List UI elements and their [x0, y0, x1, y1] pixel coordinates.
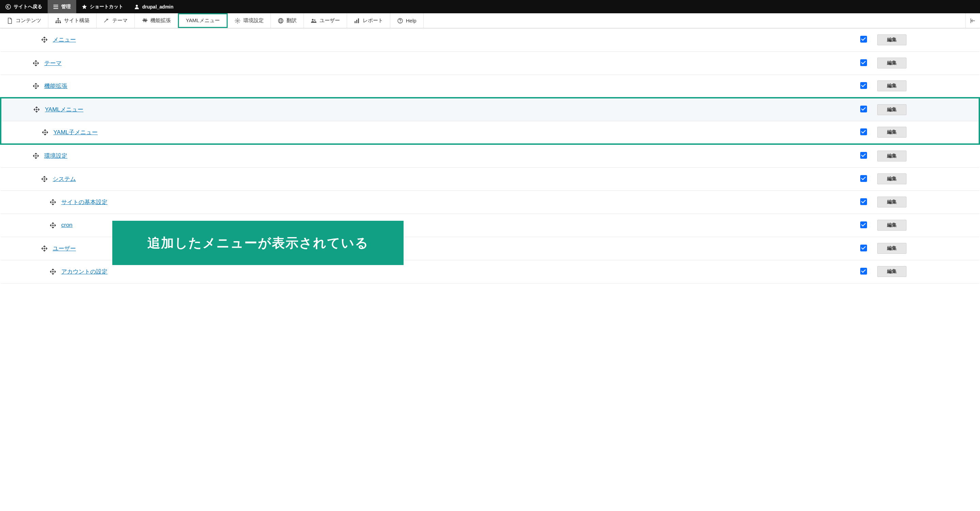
enabled-checkbox[interactable] [860, 105, 867, 112]
table-row: 機能拡張編集 [1, 75, 979, 98]
enabled-checkbox[interactable] [860, 82, 867, 89]
menu-link[interactable]: cron [61, 222, 73, 228]
hamburger-icon [53, 4, 59, 10]
people-icon [311, 18, 317, 24]
user-icon [134, 4, 140, 10]
user-label: drupal_admin [142, 4, 173, 10]
svg-rect-13 [358, 18, 359, 23]
svg-point-1 [136, 5, 138, 7]
svg-point-9 [312, 19, 313, 21]
edit-button[interactable]: 編集 [877, 150, 907, 161]
table-row: 環境設定編集 [1, 144, 979, 167]
nav-people[interactable]: ユーザー [304, 13, 347, 28]
drag-handle-icon[interactable] [42, 129, 48, 135]
edit-button[interactable]: 編集 [877, 127, 907, 137]
table-row: YAML子メニュー編集 [1, 121, 979, 144]
menu-link[interactable]: 機能拡張 [44, 82, 67, 90]
enabled-checkbox[interactable] [860, 198, 867, 205]
edit-button[interactable]: 編集 [877, 266, 907, 277]
enabled-checkbox[interactable] [860, 128, 867, 135]
edit-button[interactable]: 編集 [877, 173, 907, 184]
nav-theme[interactable]: テーマ [97, 13, 135, 28]
shortcuts[interactable]: ショートカット [76, 0, 129, 13]
enabled-checkbox[interactable] [860, 152, 867, 159]
admin-toolbar: サイトへ戻る 管理 ショートカット drupal_admin [0, 0, 980, 13]
help-icon [397, 18, 403, 24]
drag-handle-icon[interactable] [33, 60, 39, 66]
drag-handle-icon[interactable] [50, 199, 56, 205]
puzzle-icon [142, 18, 148, 24]
edit-button[interactable]: 編集 [877, 34, 907, 45]
table-row: テーマ編集 [1, 51, 979, 75]
manage-toggle[interactable]: 管理 [48, 0, 76, 13]
edit-button[interactable]: 編集 [877, 104, 907, 115]
svg-point-10 [314, 19, 315, 21]
menu-link[interactable]: YAML子メニュー [53, 128, 98, 136]
drag-handle-icon[interactable] [50, 222, 56, 228]
nav-extend[interactable]: 機能拡張 [135, 13, 178, 28]
svg-point-6 [237, 20, 238, 21]
manage-label: 管理 [61, 4, 71, 10]
enabled-checkbox[interactable] [860, 36, 867, 43]
arrow-left-icon [970, 18, 976, 24]
menu-link[interactable]: アカウントの設定 [61, 268, 108, 276]
svg-rect-2 [57, 18, 59, 19]
enabled-checkbox[interactable] [860, 59, 867, 66]
svg-point-15 [400, 22, 401, 22]
drag-handle-icon[interactable] [41, 176, 47, 182]
nav-translate[interactable]: 翻訳 [271, 13, 304, 28]
nav-config[interactable]: 環境設定 [228, 13, 271, 28]
nav-structure[interactable]: サイト構築 [48, 13, 97, 28]
nav-yaml-menu[interactable]: YAMLメニュー [178, 13, 228, 28]
table-row: システム編集 [1, 167, 979, 190]
back-label: サイトへ戻る [14, 4, 42, 10]
shortcuts-label: ショートカット [90, 4, 123, 10]
annotation-overlay: 追加したメニューが表示されている [112, 221, 404, 265]
edit-button[interactable]: 編集 [877, 80, 907, 91]
edit-button[interactable]: 編集 [877, 220, 907, 231]
content: メニュー編集テーマ編集機能拡張編集YAMLメニュー編集YAML子メニュー編集環境… [0, 28, 980, 283]
enabled-checkbox[interactable] [860, 244, 867, 251]
svg-rect-5 [60, 22, 61, 23]
globe-icon [278, 18, 284, 24]
wrench-icon [103, 18, 110, 24]
edit-button[interactable]: 編集 [877, 57, 907, 69]
drag-handle-icon[interactable] [50, 269, 56, 275]
menu-link[interactable]: 環境設定 [44, 152, 67, 160]
document-icon [7, 18, 13, 24]
secondary-nav: コンテンツ サイト構築 テーマ 機能拡張 YAMLメニュー 環境設定 翻訳 ユー… [0, 13, 980, 28]
enabled-checkbox[interactable] [860, 222, 867, 228]
menu-link[interactable]: メニュー [53, 36, 76, 44]
svg-rect-11 [355, 21, 356, 23]
nav-reports[interactable]: レポート [347, 13, 390, 28]
table-row: YAMLメニュー編集 [1, 98, 979, 121]
table-row: サイトの基本設定編集 [1, 190, 979, 214]
enabled-checkbox[interactable] [860, 175, 867, 182]
enabled-checkbox[interactable] [860, 268, 867, 275]
menu-link[interactable]: サイトの基本設定 [61, 198, 108, 206]
drag-handle-icon[interactable] [41, 37, 47, 43]
svg-rect-4 [57, 22, 59, 23]
svg-rect-3 [56, 22, 57, 23]
drag-handle-icon[interactable] [33, 153, 39, 159]
nav-help[interactable]: Help [390, 13, 424, 28]
edit-button[interactable]: 編集 [877, 243, 907, 254]
chart-icon [354, 18, 360, 24]
drag-handle-icon[interactable] [33, 83, 39, 89]
edit-button[interactable]: 編集 [877, 196, 907, 208]
menu-link[interactable]: YAMLメニュー [45, 105, 83, 113]
star-icon [82, 4, 87, 10]
orientation-toggle[interactable] [966, 13, 980, 28]
back-icon [5, 4, 11, 10]
gear-icon [234, 18, 240, 24]
drag-handle-icon[interactable] [41, 246, 47, 251]
menu-link[interactable]: ユーザー [53, 244, 76, 252]
menu-link[interactable]: テーマ [44, 59, 62, 67]
back-to-site[interactable]: サイトへ戻る [0, 0, 48, 13]
svg-point-0 [6, 5, 11, 9]
drag-handle-icon[interactable] [34, 107, 40, 112]
sitemap-icon [55, 18, 61, 24]
user-menu[interactable]: drupal_admin [129, 0, 179, 13]
nav-content[interactable]: コンテンツ [0, 13, 48, 28]
menu-link[interactable]: システム [53, 175, 76, 183]
